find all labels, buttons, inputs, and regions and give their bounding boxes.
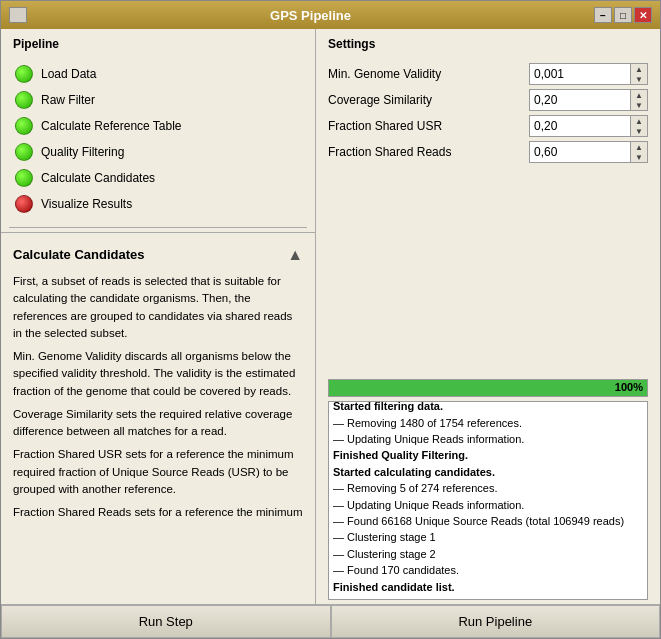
title-bar: GPS Pipeline − □ ✕	[1, 1, 660, 29]
maximize-button[interactable]: □	[614, 7, 632, 23]
info-panel: Calculate Candidates ▲ First, a subset o…	[1, 232, 315, 604]
spin-up-1[interactable]: ▲	[631, 90, 647, 100]
pipeline-item-1[interactable]: Raw Filter	[13, 87, 303, 113]
log-line-14: — Found 66168 Unique Source Reads (total…	[333, 514, 643, 529]
log-line-9: — Updating Unique Reads information.	[333, 432, 643, 447]
log-line-15: — Clustering stage 1	[333, 530, 643, 545]
settings-label-1: Coverage Similarity	[328, 93, 521, 107]
settings-input-wrap-1: ▲▼	[529, 89, 648, 111]
pipeline-item-label-1: Raw Filter	[41, 93, 95, 107]
window-title: GPS Pipeline	[27, 8, 594, 23]
log-line-16: — Clustering stage 2	[333, 547, 643, 562]
spin-down-0[interactable]: ▼	[631, 74, 647, 84]
main-window: GPS Pipeline − □ ✕ Pipeline Load DataRaw…	[0, 0, 661, 639]
window-icon[interactable]	[9, 7, 27, 23]
log-line-13: — Updating Unique Reads information.	[333, 498, 643, 513]
spin-up-0[interactable]: ▲	[631, 64, 647, 74]
settings-grid: Min. Genome Validity▲▼Coverage Similarit…	[328, 63, 648, 163]
run-step-button[interactable]: Run Step	[1, 605, 331, 638]
right-placeholder	[316, 171, 660, 371]
info-paragraph-4: Fraction Shared Reads sets for a referen…	[13, 504, 303, 521]
settings-input-0[interactable]	[530, 65, 630, 83]
run-pipeline-button[interactable]: Run Pipeline	[331, 605, 661, 638]
spin-up-2[interactable]: ▲	[631, 116, 647, 126]
spin-down-3[interactable]: ▼	[631, 152, 647, 162]
log-line-7: Started filtering data.	[333, 401, 643, 415]
pipeline-item-label-3: Quality Filtering	[41, 145, 124, 159]
pipeline-item-label-2: Calculate Reference Table	[41, 119, 182, 133]
spin-buttons-2: ▲▼	[630, 116, 647, 136]
settings-label-2: Fraction Shared USR	[328, 119, 521, 133]
pipeline-status-dot-1	[15, 91, 33, 109]
bottom-buttons: Run Step Run Pipeline	[1, 604, 660, 638]
progress-bar-inner	[329, 380, 647, 396]
pipeline-item-label-5: Visualize Results	[41, 197, 132, 211]
settings-label-3: Fraction Shared Reads	[328, 145, 521, 159]
pipeline-status-dot-2	[15, 117, 33, 135]
info-scroll-up[interactable]: ▲	[287, 243, 303, 267]
log-line-18: Finished candidate list.	[333, 580, 643, 595]
log-line-17: — Found 170 candidates.	[333, 563, 643, 578]
info-panel-header: Calculate Candidates ▲	[13, 243, 303, 267]
info-title: Calculate Candidates	[13, 245, 145, 265]
pipeline-status-dot-4	[15, 169, 33, 187]
right-panel: Settings Min. Genome Validity▲▼Coverage …	[316, 29, 660, 604]
pipeline-header: Pipeline	[1, 29, 315, 55]
settings-input-wrap-2: ▲▼	[529, 115, 648, 137]
pipeline-item-label-4: Calculate Candidates	[41, 171, 155, 185]
pipeline-item-0[interactable]: Load Data	[13, 61, 303, 87]
close-button[interactable]: ✕	[634, 7, 652, 23]
window-controls: − □ ✕	[594, 7, 652, 23]
info-paragraph-3: Fraction Shared USR sets for a reference…	[13, 446, 303, 498]
info-paragraph-0: First, a subset of reads is selected tha…	[13, 273, 303, 342]
spin-buttons-3: ▲▼	[630, 142, 647, 162]
pipeline-status-dot-0	[15, 65, 33, 83]
settings-input-2[interactable]	[530, 117, 630, 135]
settings-input-3[interactable]	[530, 143, 630, 161]
pipeline-item-3[interactable]: Quality Filtering	[13, 139, 303, 165]
content-area: Pipeline Load DataRaw FilterCalculate Re…	[1, 29, 660, 604]
pipeline-item-label-0: Load Data	[41, 67, 96, 81]
settings-input-wrap-3: ▲▼	[529, 141, 648, 163]
log-line-11: Started calculating candidates.	[333, 465, 643, 480]
log-section: — Discarded 11800 reads with > 60 matche…	[316, 401, 660, 605]
pipeline-list: Load DataRaw FilterCalculate Reference T…	[1, 55, 315, 223]
spin-down-1[interactable]: ▼	[631, 100, 647, 110]
spin-buttons-1: ▲▼	[630, 90, 647, 110]
settings-label-0: Min. Genome Validity	[328, 67, 521, 81]
minimize-button[interactable]: −	[594, 7, 612, 23]
progress-section: 100%	[316, 371, 660, 401]
pipeline-item-2[interactable]: Calculate Reference Table	[13, 113, 303, 139]
info-paragraph-1: Min. Genome Validity discards all organi…	[13, 348, 303, 400]
settings-input-wrap-0: ▲▼	[529, 63, 648, 85]
log-line-8: — Removing 1480 of 1754 references.	[333, 416, 643, 431]
settings-section: Min. Genome Validity▲▼Coverage Similarit…	[316, 55, 660, 171]
settings-header: Settings	[316, 29, 660, 55]
pipeline-item-4[interactable]: Calculate Candidates	[13, 165, 303, 191]
settings-input-1[interactable]	[530, 91, 630, 109]
spin-up-3[interactable]: ▲	[631, 142, 647, 152]
spin-down-2[interactable]: ▼	[631, 126, 647, 136]
pipeline-status-dot-5	[15, 195, 33, 213]
progress-bar-outer: 100%	[328, 379, 648, 397]
spin-buttons-0: ▲▼	[630, 64, 647, 84]
left-panel: Pipeline Load DataRaw FilterCalculate Re…	[1, 29, 316, 604]
pipeline-item-5[interactable]: Visualize Results	[13, 191, 303, 217]
progress-label: 100%	[615, 381, 643, 393]
log-box[interactable]: — Discarded 11800 reads with > 60 matche…	[328, 401, 648, 601]
info-paragraph-2: Coverage Similarity sets the required re…	[13, 406, 303, 441]
info-text: First, a subset of reads is selected tha…	[13, 273, 303, 521]
log-line-12: — Removing 5 of 274 references.	[333, 481, 643, 496]
pipeline-status-dot-3	[15, 143, 33, 161]
log-line-10: Finished Quality Filtering.	[333, 448, 643, 463]
